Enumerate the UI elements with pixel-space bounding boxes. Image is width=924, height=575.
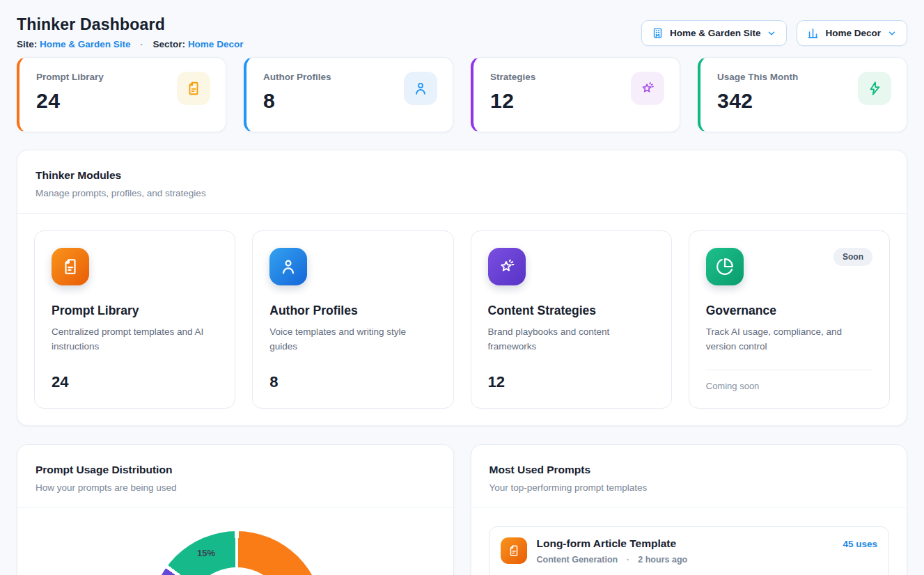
stat-card-prompt-library: Prompt Library 24	[17, 57, 226, 132]
module-top	[269, 248, 436, 285]
building-icon	[652, 27, 664, 39]
bar-chart-icon	[807, 27, 819, 39]
module-top	[488, 248, 655, 285]
modules-header: Thinker Modules Manage prompts, profiles…	[17, 150, 907, 213]
stat-label: Author Profiles	[263, 72, 331, 82]
prompt-info: Long-form Article Template Content Gener…	[537, 537, 833, 565]
stat-value: 8	[263, 89, 331, 113]
person-icon	[269, 248, 307, 285]
stat-text: Strategies 12	[490, 72, 535, 113]
pie-chart-icon	[706, 248, 744, 285]
divider	[706, 370, 872, 370]
prompts-subtitle: Your top-performing prompt templates	[490, 482, 889, 494]
stat-value: 12	[490, 89, 535, 113]
stat-label: Prompt Library	[36, 72, 104, 82]
donut-chart[interactable]: 15%	[150, 531, 323, 575]
prompt-uses-badge: 45 uses	[843, 539, 877, 549]
stat-label: Strategies	[490, 72, 535, 82]
sector-link[interactable]: Home Decor	[188, 39, 244, 49]
stat-card-usage: Usage This Month 342	[698, 57, 907, 132]
site-label: Site:	[17, 39, 37, 49]
lightning-icon	[858, 72, 891, 105]
coming-soon-text: Coming soon	[706, 381, 872, 391]
separator-dot: ·	[140, 39, 143, 49]
soon-badge: Soon	[833, 248, 872, 266]
prompt-time: 2 hours ago	[638, 555, 687, 565]
modules-grid: Prompt Library Centralized prompt templa…	[17, 214, 907, 425]
stat-card-strategies: Strategies 12	[471, 57, 680, 132]
module-description: Track AI usage, compliance, and version …	[706, 325, 872, 354]
usage-subtitle: How your prompts are being used	[36, 482, 435, 494]
breadcrumb: Site: Home & Garden Site · Sector: Home …	[17, 38, 243, 50]
document-icon	[501, 537, 527, 564]
modules-title: Thinker Modules	[36, 168, 888, 182]
sector-selector-value: Home Decor	[825, 28, 881, 38]
page-title: Thinker Dashboard	[17, 15, 243, 33]
module-card-author-profiles[interactable]: Author Profiles Voice templates and writ…	[252, 230, 453, 409]
usage-title: Prompt Usage Distribution	[36, 463, 435, 476]
divider	[471, 507, 907, 508]
module-card-governance[interactable]: Soon Governance Track AI usage, complian…	[689, 230, 890, 409]
module-top	[52, 248, 218, 285]
person-icon	[404, 72, 437, 105]
prompt-category: Content Generation	[537, 555, 618, 565]
stat-text: Prompt Library 24	[36, 72, 104, 113]
sparkle-star-icon	[631, 72, 664, 105]
module-description: Voice templates and writing style guides	[269, 325, 436, 354]
module-card-content-strategies[interactable]: Content Strategies Brand playbooks and c…	[471, 230, 672, 409]
title-block: Thinker Dashboard Site: Home & Garden Si…	[17, 15, 243, 50]
donut-segment-label: 15%	[197, 548, 215, 558]
stat-label: Usage This Month	[717, 72, 798, 82]
document-icon	[177, 72, 210, 105]
stat-value: 342	[717, 89, 798, 113]
sparkle-star-icon	[488, 248, 526, 285]
stats-row: Prompt Library 24 Author Profiles 8 Stra…	[17, 57, 907, 132]
document-icon	[52, 248, 89, 285]
stat-text: Author Profiles 8	[263, 72, 331, 113]
module-top: Soon	[706, 248, 872, 285]
modules-subtitle: Manage prompts, profiles, and strategies	[36, 187, 888, 199]
stat-value: 24	[36, 89, 104, 113]
prompt-usage-panel: Prompt Usage Distribution How your promp…	[17, 444, 454, 575]
module-count: 12	[488, 373, 655, 391]
sector-selector-dropdown[interactable]: Home Decor	[797, 20, 907, 46]
module-title: Governance	[706, 304, 872, 318]
module-count: 24	[52, 373, 218, 391]
most-used-prompts-panel: Most Used Prompts Your top-performing pr…	[471, 444, 908, 575]
sector-label: Sector:	[153, 39, 186, 49]
module-title: Content Strategies	[488, 304, 655, 318]
module-description: Centralized prompt templates and AI inst…	[52, 325, 218, 354]
donut-chart-area: 15%	[17, 508, 453, 575]
dashboard-page: Thinker Dashboard Site: Home & Garden Si…	[0, 0, 924, 575]
prompts-title: Most Used Prompts	[490, 463, 889, 476]
prompt-meta: Content Generation · 2 hours ago	[537, 555, 833, 565]
thinker-modules-panel: Thinker Modules Manage prompts, profiles…	[17, 150, 907, 426]
module-card-prompt-library[interactable]: Prompt Library Centralized prompt templa…	[34, 230, 235, 409]
module-description: Brand playbooks and content frameworks	[488, 325, 655, 354]
donut-hole	[187, 567, 287, 575]
top-bar: Thinker Dashboard Site: Home & Garden Si…	[17, 15, 907, 50]
header-selectors: Home & Garden Site Home Decor	[641, 20, 907, 46]
site-selector-value: Home & Garden Site	[670, 28, 761, 38]
module-title: Prompt Library	[52, 304, 218, 318]
site-selector-dropdown[interactable]: Home & Garden Site	[641, 20, 788, 46]
prompts-header: Most Used Prompts Your top-performing pr…	[471, 445, 907, 507]
bottom-row: Prompt Usage Distribution How your promp…	[17, 444, 907, 575]
prompt-title: Long-form Article Template	[537, 537, 833, 550]
module-count: 8	[269, 373, 436, 391]
site-link[interactable]: Home & Garden Site	[40, 39, 131, 49]
chevron-down-icon	[767, 29, 776, 38]
chevron-down-icon	[887, 29, 897, 38]
stat-text: Usage This Month 342	[717, 72, 798, 113]
separator-dot: ·	[627, 555, 629, 565]
usage-header: Prompt Usage Distribution How your promp…	[17, 445, 453, 507]
prompt-list-item[interactable]: Long-form Article Template Content Gener…	[489, 526, 890, 575]
module-title: Author Profiles	[269, 304, 436, 318]
stat-card-author-profiles: Author Profiles 8	[244, 57, 453, 132]
